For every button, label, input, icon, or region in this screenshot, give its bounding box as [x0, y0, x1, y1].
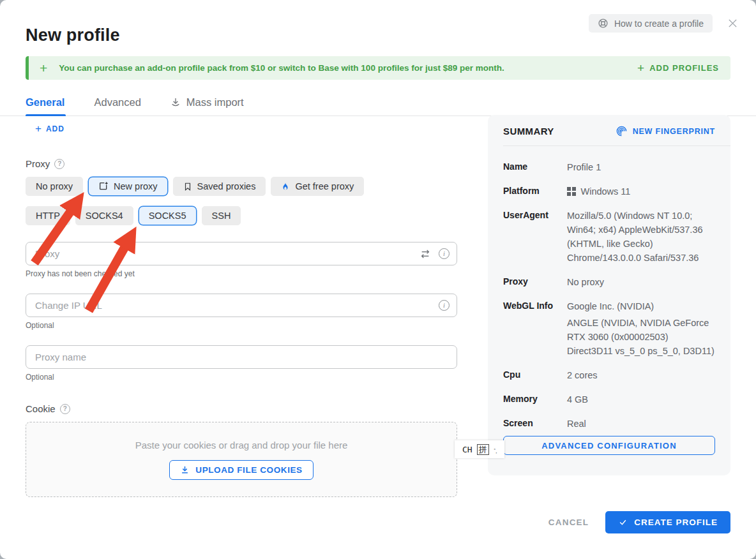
cookie-section-label: Cookie ? [26, 403, 457, 414]
summary-row-webgl: WebGL Info Google Inc. (NVIDIA) ANGLE (N… [503, 299, 715, 358]
ime-toolbar: CH 拼 。， [455, 440, 504, 458]
plus-icon: + [40, 61, 47, 75]
page-title: New profile [26, 26, 120, 45]
active-tab-indicator [26, 114, 66, 116]
help-circle-icon[interactable]: ? [54, 159, 64, 169]
plus-icon: + [637, 61, 644, 75]
proxy-mode-new-proxy[interactable]: New proxy [88, 177, 168, 196]
change-ip-helper-text: Optional [26, 321, 457, 330]
new-fingerprint-button[interactable]: NEW FINGERPRINT [616, 125, 715, 137]
divider [503, 145, 730, 146]
proxy-field-wrap: i [26, 242, 457, 265]
protocol-group: HTTP SOCKS4 SOCKS5 SSH [26, 206, 457, 225]
help-button[interactable]: How to create a profile [589, 14, 713, 33]
check-icon [618, 518, 628, 526]
summary-row-memory: Memory 4 GB [503, 392, 715, 406]
protocol-ssh[interactable]: SSH [202, 206, 241, 225]
summary-row-useragent: UserAgent Mozilla/5.0 (Windows NT 10.0; … [503, 209, 715, 265]
tab-general[interactable]: General [26, 96, 64, 108]
proxy-helper-text: Proxy has not been checked yet [26, 269, 457, 278]
info-icon[interactable]: i [439, 300, 450, 311]
help-circle-icon[interactable]: ? [60, 404, 70, 414]
proxy-mode-no-proxy[interactable]: No proxy [26, 177, 83, 196]
protocol-http[interactable]: HTTP [26, 206, 70, 225]
cookie-drop-hint: Paste your cookies or drag and drop your… [135, 440, 348, 451]
swap-icon[interactable] [420, 249, 431, 259]
summary-row-cpu: Cpu 2 cores [503, 368, 715, 382]
summary-panel: SUMMARY NEW FINGERPRINT Name Profile 1 [488, 115, 730, 475]
dialog-footer: CANCEL CREATE PROFILE [548, 511, 730, 533]
proxy-mode-group: No proxy New proxy Saved proxies [26, 177, 457, 196]
proxy-mode-get-free-proxy[interactable]: Get free proxy [271, 177, 364, 196]
proxy-name-helper-text: Optional [26, 373, 457, 382]
protocol-socks4[interactable]: SOCKS4 [75, 206, 133, 225]
tab-mass-import[interactable]: Mass import [170, 96, 244, 108]
summary-row-screen: Screen Real [503, 417, 715, 431]
proxy-mode-saved-proxies[interactable]: Saved proxies [173, 177, 266, 196]
summary-title: SUMMARY [503, 126, 554, 137]
fingerprint-icon [616, 125, 628, 137]
tab-advanced[interactable]: Advanced [94, 96, 140, 108]
summary-row-name: Name Profile 1 [503, 160, 715, 174]
promo-banner: + You can purchase an add-on profile pac… [26, 56, 730, 80]
upload-file-cookies-button[interactable]: UPLOAD FILE COOKIES [169, 460, 313, 480]
upload-icon [180, 465, 190, 475]
add-profiles-button[interactable]: + ADD PROFILES [637, 61, 719, 75]
flame-icon [281, 181, 290, 191]
cookie-dropzone[interactable]: Paste your cookies or drag and drop your… [26, 422, 457, 497]
advanced-configuration-button[interactable]: ADVANCED CONFIGURATION [503, 436, 715, 455]
banner-accent-bar [26, 56, 29, 80]
help-button-label: How to create a profile [614, 19, 704, 29]
download-icon [170, 97, 181, 107]
proxy-name-field-wrap [26, 345, 457, 369]
summary-row-proxy: Proxy No proxy [503, 275, 715, 289]
windows-logo-icon [567, 187, 576, 196]
change-ip-url-input[interactable] [26, 294, 457, 317]
new-window-plus-icon [98, 181, 109, 191]
close-icon[interactable] [725, 16, 739, 30]
ime-language-indicator[interactable]: CH [462, 445, 472, 454]
ime-pinyin-indicator[interactable]: 拼 [477, 444, 489, 455]
profile-form: + ADD Proxy ? No proxy New proxy [26, 123, 457, 497]
proxy-input[interactable] [26, 242, 457, 265]
add-tag-button[interactable]: + ADD [35, 123, 64, 135]
plus-icon: + [35, 123, 42, 135]
protocol-socks5[interactable]: SOCKS5 [139, 206, 197, 225]
new-profile-dialog: New profile How to create a profile + Yo… [0, 0, 756, 559]
lifebuoy-icon [598, 18, 609, 29]
cancel-button[interactable]: CANCEL [548, 518, 589, 527]
bookmark-icon [183, 182, 192, 191]
proxy-name-input[interactable] [26, 345, 457, 369]
change-ip-field-wrap: i [26, 294, 457, 317]
ime-punctuation-icon[interactable]: 。， [494, 445, 499, 453]
banner-text: You can purchase an add-on profile pack … [59, 63, 504, 73]
proxy-section-label: Proxy ? [26, 158, 457, 169]
tab-bar: General Advanced Mass import [26, 92, 244, 112]
info-icon[interactable]: i [439, 248, 450, 259]
create-profile-button[interactable]: CREATE PROFILE [605, 511, 730, 533]
summary-row-platform: Platform Windows 11 [503, 184, 715, 198]
